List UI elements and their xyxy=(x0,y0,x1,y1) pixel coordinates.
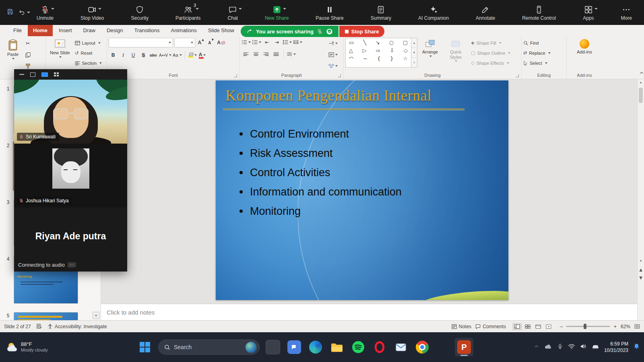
normal-view-button[interactable] xyxy=(512,323,522,330)
chevron-down-icon[interactable] xyxy=(98,8,101,10)
spell-check-button[interactable] xyxy=(37,324,42,329)
save-icon[interactable] xyxy=(6,8,14,17)
weather-widget[interactable]: 88°FMostly cloudy xyxy=(5,332,48,362)
strikethrough-button[interactable]: abe xyxy=(149,51,158,60)
tab-draw[interactable]: Draw xyxy=(78,25,101,36)
next-slide-button[interactable]: ▼ xyxy=(638,274,644,281)
new-share-button[interactable]: New Share xyxy=(265,4,289,21)
tab-transitions[interactable]: Transitions xyxy=(129,25,165,36)
teams-chat-button[interactable] xyxy=(286,339,302,355)
slide-thumbnail-5[interactable] xyxy=(14,312,78,320)
slide-bullet-list[interactable]: Control Environment Risk Assessment Cont… xyxy=(237,128,402,224)
remote-control-button[interactable]: Remote Control xyxy=(522,4,556,21)
shape-effects-button[interactable]: ◇Shape Effects xyxy=(471,59,515,67)
drawing-dialog-launcher[interactable] xyxy=(516,74,519,77)
slide-sorter-view-button[interactable] xyxy=(523,323,533,330)
chevron-down-icon[interactable] xyxy=(196,8,199,10)
paragraph-dialog-launcher[interactable] xyxy=(338,74,341,77)
bing-daily-image-icon[interactable] xyxy=(245,341,257,353)
vertical-scrollbar[interactable]: ▴ ▾ ▲ ▼ xyxy=(637,79,644,320)
participants-button[interactable]: 3 Participants xyxy=(175,4,201,21)
zoom-percentage[interactable]: 62% xyxy=(621,324,630,329)
align-center-button[interactable] xyxy=(252,50,260,59)
copy-button[interactable] xyxy=(23,50,32,59)
font-name-select[interactable] xyxy=(109,38,173,47)
add-ins-button[interactable]: Add-ins xyxy=(574,38,594,56)
scrollbar-thumb[interactable] xyxy=(639,88,643,103)
numbering-button[interactable] xyxy=(252,38,261,47)
chevron-down-icon[interactable] xyxy=(594,8,598,10)
font-color-button[interactable]: A xyxy=(198,51,207,60)
font-dialog-launcher[interactable] xyxy=(234,74,237,77)
cut-button[interactable]: ✂ xyxy=(23,39,32,48)
security-button[interactable]: Security xyxy=(131,4,149,21)
start-button[interactable] xyxy=(137,339,153,355)
thumbnail-scroll-down-button[interactable]: ▾ xyxy=(93,312,99,319)
rotate-text-button[interactable] xyxy=(324,39,342,48)
ai-companion-button[interactable]: AI Companion xyxy=(418,4,449,21)
tray-overflow-button[interactable] xyxy=(534,343,539,351)
slide-title[interactable]: Komponen Pengendalian Internal xyxy=(225,87,431,104)
opera-button[interactable] xyxy=(372,339,388,355)
apps-button[interactable]: Apps xyxy=(583,4,594,21)
wifi-icon[interactable] xyxy=(568,343,575,351)
comments-toggle-button[interactable]: Comments xyxy=(475,324,506,329)
shapes-more-button[interactable]: ▿ xyxy=(411,58,417,67)
edge-button[interactable] xyxy=(308,339,324,355)
vehicle-app-icon[interactable] xyxy=(592,343,599,351)
grid-view-icon[interactable] xyxy=(54,72,59,76)
text-direction-button[interactable] xyxy=(287,50,296,59)
pinned-app-icon[interactable] xyxy=(265,339,281,355)
tab-animations[interactable]: Animations xyxy=(166,25,202,36)
decrease-indent-button[interactable]: ⇤ xyxy=(262,38,271,47)
justify-button[interactable] xyxy=(272,50,281,59)
zoom-slider[interactable] xyxy=(566,326,610,327)
arrange-button[interactable]: Arrange xyxy=(420,38,440,58)
slide[interactable]: Komponen Pengendalian Internal Control E… xyxy=(216,80,508,300)
increase-font-size-button[interactable]: A▲ xyxy=(196,38,205,47)
unmute-button[interactable]: Unmute xyxy=(37,4,54,21)
columns-button[interactable] xyxy=(293,38,302,47)
microphone-tray-icon[interactable] xyxy=(557,343,563,351)
taskbar-clock[interactable]: 6:59 PM10/31/2023 xyxy=(604,341,628,354)
shape-outline-button[interactable]: ▢Shape Outline xyxy=(471,49,515,57)
tab-design[interactable]: Design xyxy=(101,25,128,36)
mail-button[interactable] xyxy=(393,339,409,355)
stop-video-button[interactable]: Stop Video xyxy=(80,4,104,21)
change-case-button[interactable]: Aa xyxy=(173,51,182,60)
spotify-button[interactable] xyxy=(350,339,366,355)
text-shadow-button[interactable]: S xyxy=(139,51,148,60)
decrease-font-size-button[interactable]: A▼ xyxy=(206,38,215,47)
more-button[interactable]: More xyxy=(621,4,632,21)
replace-button[interactable]: ⇄Replace xyxy=(523,49,565,57)
bullets-button[interactable] xyxy=(242,38,251,47)
align-text-button[interactable] xyxy=(324,50,342,59)
pause-share-button[interactable]: Pause Share xyxy=(316,4,343,21)
zoom-slider-handle[interactable] xyxy=(584,324,586,329)
bold-button[interactable]: B xyxy=(109,51,118,60)
font-size-select[interactable] xyxy=(174,38,195,47)
quick-styles-button[interactable]: Quick Styles xyxy=(443,38,469,63)
notes-pane[interactable]: Click to add notes xyxy=(101,304,637,320)
shapes-gallery[interactable]: ▭╲↘○▢ △▷⇨⇩◇ ◠~{}☆ xyxy=(345,38,411,68)
slideshow-view-button[interactable] xyxy=(544,323,553,330)
scroll-down-button[interactable]: ▾ xyxy=(638,257,644,264)
chevron-down-icon[interactable] xyxy=(51,8,54,10)
powerpoint-taskbar-button[interactable]: P xyxy=(455,338,473,356)
italic-button[interactable]: I xyxy=(119,51,128,60)
volume-icon[interactable] xyxy=(580,343,587,351)
new-slide-button[interactable]: New Slide xyxy=(47,38,72,59)
align-right-button[interactable] xyxy=(262,50,270,59)
chevron-down-icon[interactable] xyxy=(283,8,286,10)
stop-share-button[interactable]: Stop Share xyxy=(339,26,385,37)
onedrive-cloud-icon[interactable] xyxy=(544,343,552,351)
undo-icon[interactable] xyxy=(19,9,30,16)
shapes-scroll-up-button[interactable]: ▴ xyxy=(411,38,417,48)
line-spacing-button[interactable] xyxy=(283,38,292,47)
find-button[interactable]: Find xyxy=(523,39,565,47)
previous-slide-button[interactable]: ▲ xyxy=(638,266,644,273)
tab-slide-show[interactable]: Slide Show xyxy=(203,25,239,36)
character-spacing-button[interactable]: A↔V xyxy=(159,51,171,60)
zoom-out-button[interactable]: – xyxy=(560,323,563,329)
tab-insert[interactable]: Insert xyxy=(54,25,77,36)
